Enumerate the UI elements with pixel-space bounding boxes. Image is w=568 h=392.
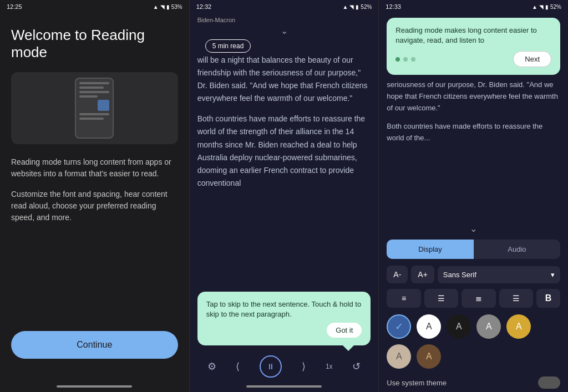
progress-dots bbox=[395, 57, 415, 62]
wifi-icon-3: ◥ bbox=[539, 4, 544, 10]
article-para-3-1: seriousness of our purpose, Dr. Biden sa… bbox=[387, 79, 560, 114]
got-it-button[interactable]: Got it bbox=[327, 323, 362, 338]
pause-button[interactable]: ⏸ bbox=[260, 355, 282, 378]
status-icons-3: ▲ ◥ ▮ 52% bbox=[532, 4, 561, 10]
mockup-line-4 bbox=[79, 95, 97, 98]
color-circle-1[interactable]: A bbox=[417, 314, 441, 339]
phone-mockup-image bbox=[11, 72, 178, 144]
wifi-icon-2: ◥ bbox=[349, 4, 354, 10]
tooltip-navigation: Next bbox=[395, 51, 551, 67]
article-paragraph-2: Both countries have made efforts to reas… bbox=[197, 113, 371, 190]
article-title: Biden-Macron bbox=[197, 17, 235, 23]
color-circle-2[interactable]: A bbox=[447, 314, 471, 339]
dot-1 bbox=[395, 57, 400, 62]
settings-button[interactable]: ⚙ bbox=[207, 360, 216, 373]
battery-pct-2: 52% bbox=[361, 4, 372, 10]
skip-back-button[interactable]: ⟨ bbox=[236, 360, 240, 373]
battery-icon: ▮ bbox=[166, 4, 170, 10]
dot-2 bbox=[403, 57, 408, 62]
status-bar-3: 12:33 ▲ ◥ ▮ 52% bbox=[379, 0, 568, 13]
color-circle-3[interactable]: A bbox=[476, 314, 501, 339]
signal-icon-2: ▲ bbox=[342, 4, 348, 10]
tooltip-actions: Got it bbox=[206, 323, 362, 338]
font-family-selector[interactable]: Sans Serif ▾ bbox=[438, 266, 560, 283]
status-bar-1: 12:25 ▲ ◥ ▮ 53% bbox=[0, 0, 189, 13]
mockup-block bbox=[98, 100, 110, 111]
color-circle-0[interactable]: ✓ bbox=[387, 314, 411, 339]
mockup-line-3 bbox=[79, 91, 109, 93]
mockup-inner bbox=[75, 78, 114, 139]
article-text-3: seriousness of our purpose, Dr. Biden sa… bbox=[379, 79, 568, 221]
system-theme-label: Use system theme bbox=[387, 379, 447, 387]
skip-forward-button[interactable]: ⟩ bbox=[302, 360, 306, 373]
signal-icon-3: ▲ bbox=[532, 4, 537, 10]
font-increase-button[interactable]: A+ bbox=[411, 266, 434, 283]
welcome-desc-2: Customize the font and spacing, hear con… bbox=[11, 189, 178, 223]
dropdown-icon: ▾ bbox=[551, 271, 555, 279]
theme-color-circles: ✓AAAAAA bbox=[379, 310, 568, 373]
system-theme-toggle[interactable] bbox=[538, 376, 560, 389]
battery-pct-3: 52% bbox=[550, 4, 561, 10]
color-circle-5[interactable]: A bbox=[387, 344, 411, 369]
battery-pct-1: 53% bbox=[171, 4, 182, 10]
tooltip-box: Tap to skip to the next sentence. Touch … bbox=[197, 292, 371, 345]
time-3: 12:33 bbox=[386, 3, 401, 10]
continue-button[interactable]: Continue bbox=[11, 331, 178, 359]
battery-icon-3: ▮ bbox=[545, 4, 549, 10]
status-icons-1: ▲ ◥ ▮ 53% bbox=[153, 4, 182, 10]
align-right-button[interactable]: ≣ bbox=[462, 289, 495, 308]
welcome-content: Welcome to Reading mode Reading mode tur… bbox=[0, 13, 189, 383]
onboarding-tooltip-text: Reading mode makes long content easier t… bbox=[395, 26, 551, 45]
signal-icon: ▲ bbox=[153, 4, 159, 10]
phone-settings: 12:33 ▲ ◥ ▮ 52% Reading mode makes long … bbox=[379, 0, 568, 392]
mockup-line-5 bbox=[79, 113, 109, 115]
font-family-label: Sans Serif bbox=[443, 271, 476, 279]
article-para-3-2: Both countries have made efforts to reas… bbox=[387, 121, 560, 144]
phone-welcome: 12:25 ▲ ◥ ▮ 53% Welcome to Reading mode … bbox=[0, 0, 190, 392]
loop-button[interactable]: ↺ bbox=[352, 360, 361, 373]
tab-audio[interactable]: Audio bbox=[474, 240, 560, 259]
font-size-controls: A- A+ Sans Serif ▾ bbox=[379, 262, 568, 287]
system-theme-row: Use system theme bbox=[379, 373, 568, 392]
welcome-desc-1: Reading mode turns long content from app… bbox=[11, 156, 178, 180]
align-left-button[interactable]: ≡ bbox=[387, 289, 420, 308]
alignment-controls: ≡ ☰ ≣ ☰ B bbox=[379, 287, 568, 310]
color-circle-4[interactable]: A bbox=[506, 314, 531, 339]
font-decrease-button[interactable]: A- bbox=[387, 266, 408, 283]
time-1: 12:25 bbox=[7, 3, 22, 10]
welcome-title: Welcome to Reading mode bbox=[11, 27, 178, 61]
onboarding-tooltip: Reading mode makes long content easier t… bbox=[387, 18, 560, 75]
time-2: 12:32 bbox=[196, 3, 212, 10]
phone-article: 12:32 ▲ ◥ ▮ 52% Biden-Macron ⌄ 5 min rea… bbox=[190, 0, 379, 392]
tooltip-text: Tap to skip to the next sentence. Touch … bbox=[206, 299, 362, 319]
color-circle-6[interactable]: A bbox=[417, 344, 441, 369]
read-time-wrapper: 5 min read bbox=[190, 40, 379, 54]
chevron-down-icon[interactable]: ⌄ bbox=[281, 26, 288, 36]
dot-3 bbox=[411, 57, 415, 62]
display-audio-tabs: Display Audio bbox=[387, 240, 560, 259]
article-header: Biden-Macron ⌄ bbox=[190, 13, 379, 40]
home-indicator-2 bbox=[246, 385, 322, 388]
align-justify-button[interactable]: ☰ bbox=[499, 289, 533, 308]
next-button[interactable]: Next bbox=[513, 51, 551, 67]
article-text-area: will be a night that balances the beauty… bbox=[190, 54, 379, 287]
battery-icon-2: ▮ bbox=[356, 4, 359, 10]
align-center-button[interactable]: ☰ bbox=[424, 289, 458, 308]
bold-button[interactable]: B bbox=[536, 289, 560, 308]
tab-display[interactable]: Display bbox=[387, 240, 473, 259]
home-indicator-1 bbox=[57, 385, 132, 388]
article-paragraph-1: will be a night that balances the beauty… bbox=[197, 54, 371, 105]
mockup-line-2 bbox=[79, 86, 103, 89]
read-time-badge: 5 min read bbox=[205, 39, 251, 53]
status-icons-2: ▲ ◥ ▮ 52% bbox=[342, 4, 372, 10]
speed-indicator: 1x bbox=[326, 363, 333, 370]
mockup-line-1 bbox=[79, 82, 109, 84]
status-bar-2: 12:32 ▲ ◥ ▮ 52% bbox=[190, 0, 379, 13]
chevron-row[interactable]: ⌄ bbox=[379, 221, 568, 236]
bottom-controls: ⚙ ⟨ ⏸ ⟩ 1x ↺ bbox=[190, 350, 379, 383]
mockup-line-6 bbox=[79, 118, 103, 120]
wifi-icon: ◥ bbox=[160, 4, 165, 10]
